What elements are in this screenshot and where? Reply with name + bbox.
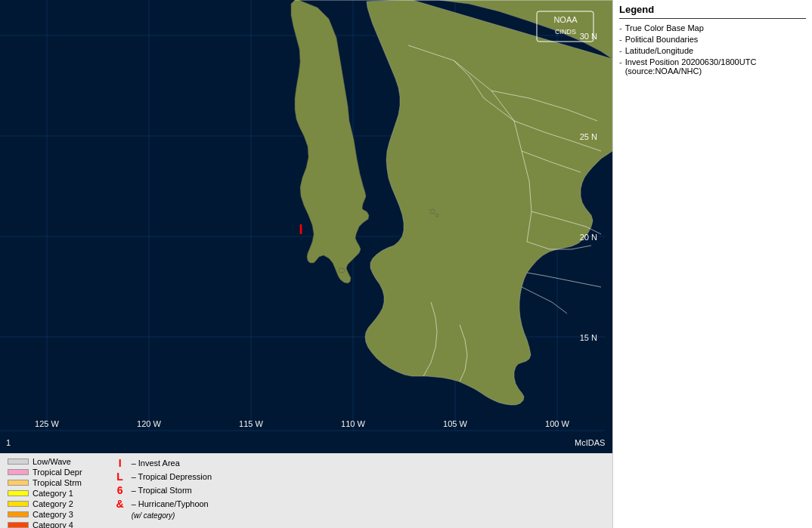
label-cat3: Category 3 xyxy=(33,510,73,519)
label-hurricane: – Hurricane/Typhoon xyxy=(132,499,209,508)
symbol-column: I – Invest Area L – Tropical Depression … xyxy=(113,457,212,528)
label-tropical-depression: – Tropical Depression xyxy=(132,472,212,481)
svg-point-12 xyxy=(430,209,435,214)
swatch-low xyxy=(8,459,29,465)
svg-text:15 N: 15 N xyxy=(580,333,597,342)
svg-text:115 W: 115 W xyxy=(239,419,263,428)
swatch-column: Low/Wave Tropical Depr Tropical Strm Cat… xyxy=(8,457,82,528)
svg-text:NOAA: NOAA xyxy=(553,15,578,24)
invest-symbol: I xyxy=(299,222,302,237)
hurricane-symbol-legend: & xyxy=(113,498,128,510)
legend-text-latlon: Latitude/Longitude xyxy=(625,46,694,55)
label-tropical-storm: – Tropical Storm xyxy=(132,486,192,495)
legend-divider xyxy=(619,18,806,19)
svg-text:110 W: 110 W xyxy=(341,419,365,428)
label-tropical-depr: Tropical Depr xyxy=(33,468,82,477)
svg-text:120 W: 120 W xyxy=(137,419,161,428)
map-panel: I NOAA CINDS 30 N 25 N 20 N 15 N 125 W 1… xyxy=(0,0,612,528)
legend-item-invest: - Invest Position 20200630/1800UTC (sour… xyxy=(619,57,806,76)
label-invest: – Invest Area xyxy=(132,459,180,468)
svg-text:105 W: 105 W xyxy=(443,419,467,428)
legend-bottom: Low/Wave Tropical Depr Tropical Strm Cat… xyxy=(8,457,605,528)
swatch-cat4 xyxy=(8,522,29,528)
legend-item-basemap: - True Color Base Map xyxy=(619,23,806,32)
label-cat1: Category 1 xyxy=(33,489,73,498)
6-symbol-legend: 6 xyxy=(113,484,128,496)
legend-row-depr: Tropical Depr xyxy=(8,468,82,477)
swatch-cat1 xyxy=(8,490,29,496)
svg-point-13 xyxy=(435,214,439,217)
swatch-tropical-depr xyxy=(8,469,29,475)
legend-row-low: Low/Wave xyxy=(8,457,82,466)
legend-item-boundaries: - Political Boundaries xyxy=(619,35,806,44)
label-cat4: Category 4 xyxy=(33,520,73,528)
legend-row-cat3: Category 3 xyxy=(8,510,82,519)
legend-text-invest: Invest Position 20200630/1800UTC (source… xyxy=(625,57,757,76)
legend-row-hurricane: & – Hurricane/Typhoon xyxy=(113,498,212,510)
legend-row-cat1: Category 1 xyxy=(8,489,82,498)
main-container: I NOAA CINDS 30 N 25 N 20 N 15 N 125 W 1… xyxy=(0,0,812,528)
svg-text:100 W: 100 W xyxy=(545,419,569,428)
l-symbol-legend: L xyxy=(113,471,128,483)
swatch-cat2 xyxy=(8,501,29,507)
legend-text-boundaries: Political Boundaries xyxy=(625,35,699,44)
swatch-tropical-strm xyxy=(8,480,29,486)
invest-symbol-legend: I xyxy=(113,457,128,469)
svg-text:125 W: 125 W xyxy=(35,419,59,428)
svg-text:McIDAS: McIDAS xyxy=(575,438,605,447)
right-panel: Legend - True Color Base Map - Political… xyxy=(612,0,812,528)
legend-row-strm: Tropical Strm xyxy=(8,478,82,487)
map-image: I NOAA CINDS 30 N 25 N 20 N 15 N 125 W 1… xyxy=(0,0,612,453)
legend-row-6-symbol: 6 – Tropical Storm xyxy=(113,484,212,496)
bottom-legend-bar: Low/Wave Tropical Depr Tropical Strm Cat… xyxy=(0,453,612,528)
label-tropical-strm: Tropical Strm xyxy=(33,478,82,487)
svg-text:25 N: 25 N xyxy=(580,132,597,141)
svg-text:30 N: 30 N xyxy=(580,32,597,41)
legend-row-cat4: Category 4 xyxy=(8,520,82,528)
legend-row-invest: I – Invest Area xyxy=(113,457,212,469)
legend-title: Legend xyxy=(619,4,806,15)
label-low: Low/Wave xyxy=(33,457,71,466)
swatch-cat3 xyxy=(8,511,29,517)
svg-text:1: 1 xyxy=(6,438,11,447)
svg-text:CINDS: CINDS xyxy=(555,28,576,36)
legend-item-latlon: - Latitude/Longitude xyxy=(619,46,806,55)
legend-row-l-symbol: L – Tropical Depression xyxy=(113,471,212,483)
legend-row-hurricane-note: (w/ category) xyxy=(113,511,212,520)
legend-text-basemap: True Color Base Map xyxy=(625,23,704,32)
map-svg: I NOAA CINDS 30 N 25 N 20 N 15 N 125 W 1… xyxy=(0,0,612,453)
svg-text:20 N: 20 N xyxy=(580,233,597,242)
svg-point-14 xyxy=(339,268,345,273)
label-cat2: Category 2 xyxy=(33,499,73,508)
legend-row-cat2: Category 2 xyxy=(8,499,82,508)
label-hurricane-note: (w/ category) xyxy=(132,511,175,520)
